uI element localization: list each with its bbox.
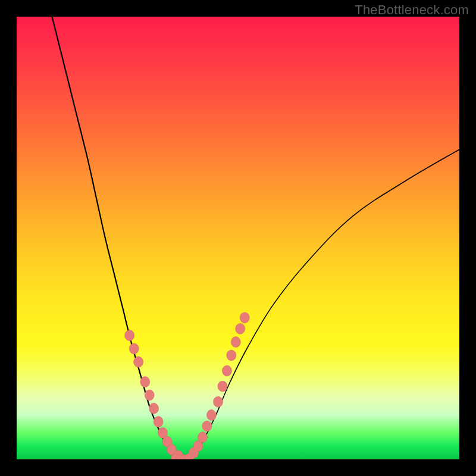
watermark-text: TheBottleneck.com [355, 2, 469, 18]
bead-marker [231, 337, 240, 347]
bead-marker [154, 416, 163, 427]
bead-marker [222, 365, 231, 376]
bead-marker [125, 330, 134, 341]
bead-marker [236, 324, 245, 334]
bead-marker [206, 410, 216, 421]
bead-markers [125, 312, 250, 459]
bead-marker [202, 421, 212, 431]
right-curve [185, 149, 459, 459]
bead-marker [149, 403, 159, 414]
plot-area [17, 17, 459, 459]
bead-marker [145, 390, 154, 400]
left-curve [52, 17, 185, 459]
bead-marker [134, 356, 143, 367]
chart-frame: TheBottleneck.com [0, 0, 476, 476]
bead-marker [214, 396, 223, 407]
bead-marker [198, 432, 208, 443]
bead-marker [227, 350, 236, 361]
chart-svg [17, 17, 459, 459]
bead-marker [129, 343, 139, 354]
bead-marker [218, 381, 227, 392]
bead-marker [140, 377, 150, 387]
bead-marker [240, 312, 249, 323]
